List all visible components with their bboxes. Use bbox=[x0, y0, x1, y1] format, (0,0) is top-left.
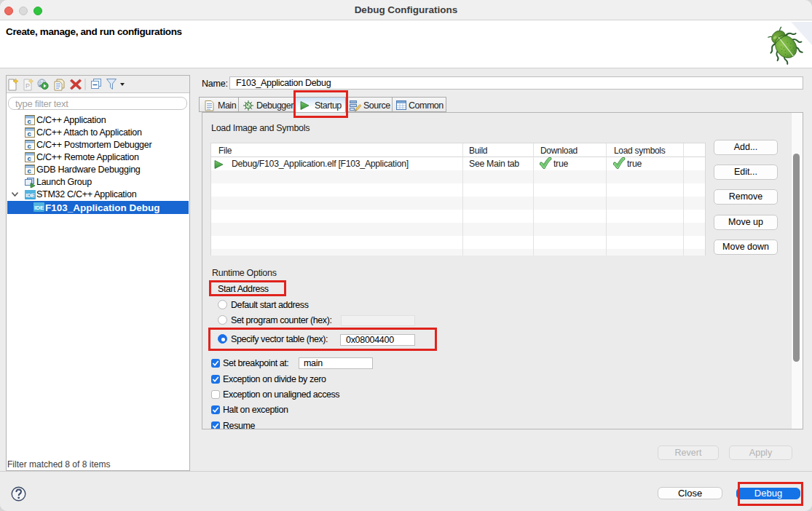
svg-text:P: P bbox=[25, 82, 30, 90]
